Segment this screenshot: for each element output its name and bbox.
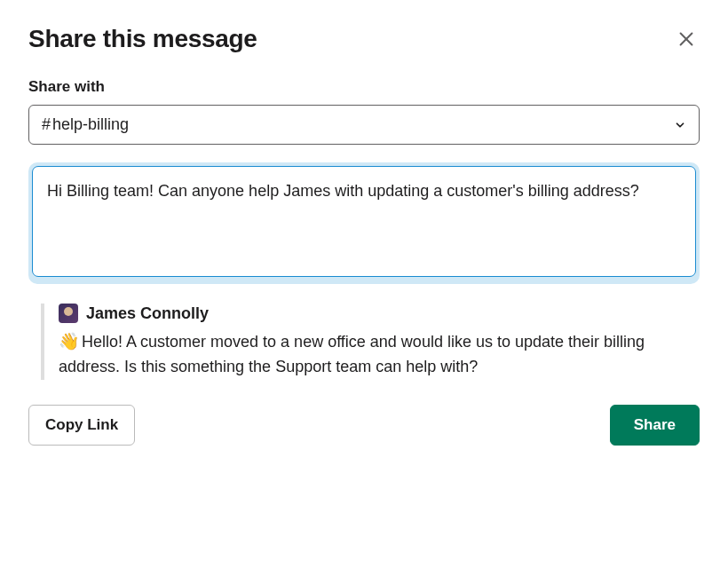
share-button[interactable]: Share — [610, 405, 700, 446]
chevron-down-icon — [674, 119, 686, 131]
channel-hash-prefix: # — [42, 115, 51, 134]
wave-emoji-icon: 👋 — [59, 328, 80, 354]
channel-name-text: help-billing — [52, 115, 129, 133]
share-with-label: Share with — [28, 78, 700, 96]
channel-select[interactable]: #help-billing — [28, 105, 700, 145]
quoted-message-body: 👋Hello! A customer moved to a new office… — [59, 328, 700, 380]
close-button[interactable] — [673, 26, 700, 52]
message-input-focus-ring — [28, 162, 700, 284]
copy-link-button[interactable]: Copy Link — [28, 405, 135, 446]
avatar — [59, 304, 78, 323]
quoted-author-name: James Connolly — [86, 304, 209, 323]
quoted-body-text: Hello! A customer moved to a new office … — [59, 333, 645, 375]
close-icon — [677, 29, 696, 49]
quoted-message: James Connolly 👋Hello! A customer moved … — [41, 304, 700, 380]
channel-selected-value: #help-billing — [42, 115, 129, 134]
message-input[interactable] — [32, 166, 696, 277]
modal-title: Share this message — [28, 25, 257, 53]
